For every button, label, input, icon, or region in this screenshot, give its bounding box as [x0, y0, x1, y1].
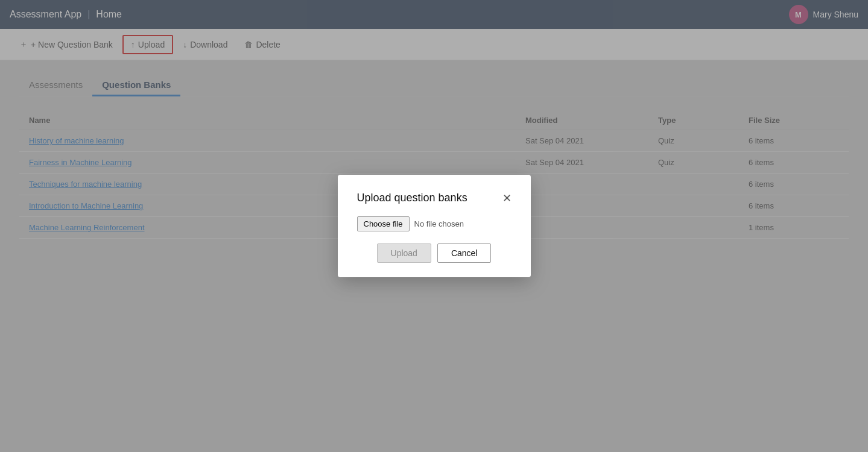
- no-file-label: No file chosen: [414, 219, 464, 228]
- modal-overlay: Upload question banks ✕ Choose file No f…: [0, 0, 868, 452]
- modal-header: Upload question banks ✕: [357, 192, 512, 204]
- upload-modal: Upload question banks ✕ Choose file No f…: [338, 175, 531, 277]
- choose-file-button[interactable]: Choose file: [357, 216, 410, 231]
- modal-close-button[interactable]: ✕: [502, 193, 512, 204]
- modal-upload-button[interactable]: Upload: [377, 243, 431, 263]
- modal-actions: Upload Cancel: [357, 243, 512, 263]
- modal-file-row: Choose file No file chosen: [357, 216, 512, 231]
- modal-title: Upload question banks: [357, 192, 467, 204]
- modal-cancel-button[interactable]: Cancel: [437, 243, 492, 263]
